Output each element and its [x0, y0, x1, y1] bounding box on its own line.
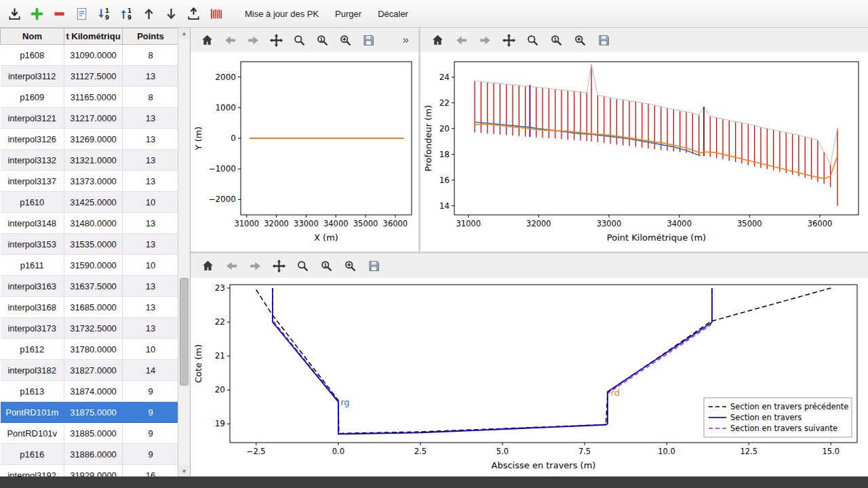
zoom-one-icon[interactable]: 1	[549, 33, 564, 47]
forward-icon[interactable]	[246, 33, 260, 47]
table-row[interactable]: interpol314831480.000013	[1, 213, 178, 234]
table-cell[interactable]: 9	[123, 444, 178, 465]
table-cell[interactable]: 31885.0000	[64, 423, 123, 444]
home-icon[interactable]	[200, 258, 215, 273]
table-cell[interactable]: 13	[123, 234, 178, 255]
table-cell[interactable]: interpol3192	[1, 465, 64, 477]
table-cell[interactable]: 10	[123, 339, 178, 360]
table-row[interactable]: interpol316331637.500013	[1, 276, 178, 297]
table-cell[interactable]: 31373.0000	[64, 171, 123, 192]
forward-icon[interactable]	[248, 258, 262, 273]
scrollbar-thumb[interactable]	[180, 278, 189, 386]
save-icon[interactable]	[366, 258, 381, 273]
table-cell[interactable]: interpol3182	[1, 360, 64, 381]
table-cell[interactable]: 13	[123, 276, 178, 297]
back-icon[interactable]	[223, 33, 237, 47]
scrollbar-track[interactable]	[178, 39, 190, 466]
table-row[interactable]: interpol312631269.000013	[1, 129, 178, 150]
table-cell[interactable]: 13	[123, 318, 178, 339]
zoom-icon[interactable]	[295, 258, 310, 273]
table-cell[interactable]: 31875.0000	[64, 402, 123, 423]
table-cell[interactable]: 10	[123, 255, 178, 276]
table-cell[interactable]: interpol3112	[1, 66, 64, 87]
table-row[interactable]: interpol319231929.000016	[1, 465, 178, 477]
zoom-one-icon[interactable]: 1	[315, 33, 330, 47]
table-cell[interactable]: 8	[123, 45, 178, 66]
column-header-nom[interactable]: Nom	[1, 28, 64, 45]
table-cell[interactable]: 13	[123, 129, 178, 150]
back-icon[interactable]	[454, 33, 469, 47]
table-cell[interactable]: 31874.0000	[64, 381, 123, 402]
scroll-down-button[interactable]: ▼	[178, 466, 190, 476]
sections-icon[interactable]	[207, 5, 225, 23]
table-cell[interactable]: 31886.0000	[64, 444, 123, 465]
move-up-icon[interactable]	[140, 5, 158, 23]
home-icon[interactable]	[430, 33, 445, 47]
zoom-plus-icon[interactable]	[342, 258, 357, 273]
table-cell[interactable]: interpol3168	[1, 297, 64, 318]
zoom-plus-icon[interactable]	[338, 33, 353, 47]
sort-desc-icon[interactable]: 19	[117, 5, 136, 23]
table-row[interactable]: p161131590.000010	[1, 255, 178, 276]
table-cell[interactable]: p1611	[1, 255, 64, 276]
column-header-point-kilometrique[interactable]: t Kilométriqu	[64, 28, 123, 45]
table-cell[interactable]: 9	[123, 423, 178, 444]
table-row[interactable]: p161631886.00009	[1, 444, 178, 465]
import-icon[interactable]	[5, 5, 24, 23]
table-cell[interactable]: interpol3163	[1, 276, 64, 297]
table-cell[interactable]: p1610	[1, 192, 64, 213]
save-icon[interactable]	[361, 33, 376, 47]
table-cell[interactable]: 31217.0000	[64, 108, 123, 129]
table-row[interactable]: interpol318231827.000014	[1, 360, 178, 381]
table-cell[interactable]: 31165.0000	[64, 87, 123, 108]
zoom-icon[interactable]	[292, 33, 307, 47]
column-header-points[interactable]: Points	[123, 28, 178, 45]
table-cell[interactable]: interpol3132	[1, 150, 64, 171]
table-cell[interactable]: interpol3173	[1, 318, 64, 339]
table-cell[interactable]: interpol3153	[1, 234, 64, 255]
table-row[interactable]: interpol315331535.000013	[1, 234, 178, 255]
table-cell[interactable]: 31590.0000	[64, 255, 123, 276]
pan-icon[interactable]	[501, 33, 516, 47]
table-cell[interactable]: PontRD101m	[1, 402, 64, 423]
table-cell[interactable]: 14	[123, 360, 178, 381]
table-cell[interactable]: 13	[123, 213, 178, 234]
export-icon[interactable]	[184, 5, 203, 23]
table-cell[interactable]: 31827.0000	[64, 360, 123, 381]
table-cell[interactable]: 13	[123, 171, 178, 192]
table-row[interactable]: interpol311231127.500013	[1, 66, 178, 87]
table-cell[interactable]: 13	[123, 150, 178, 171]
home-icon[interactable]	[200, 33, 214, 47]
table-row[interactable]: p160831090.00008	[1, 45, 178, 66]
table-cell[interactable]: 13	[123, 108, 178, 129]
table-cell[interactable]: 10	[123, 192, 178, 213]
table-cell[interactable]: p1609	[1, 87, 64, 108]
table-cell[interactable]: 31637.5000	[64, 276, 123, 297]
edit-list-icon[interactable]	[73, 5, 91, 23]
table-cell[interactable]: 31090.0000	[64, 45, 123, 66]
table-cell[interactable]: interpol3121	[1, 108, 64, 129]
zoom-one-icon[interactable]: 1	[319, 258, 334, 273]
table-cell[interactable]: 31929.0000	[64, 465, 123, 477]
toolbar-overflow-chevron[interactable]: »	[403, 33, 409, 47]
table-cell[interactable]: 13	[123, 66, 178, 87]
add-icon[interactable]	[28, 5, 46, 23]
zoom-plus-icon[interactable]	[572, 33, 587, 47]
table-cell[interactable]: p1612	[1, 339, 64, 360]
table-cell[interactable]: 31425.0000	[64, 192, 123, 213]
menu-decaler[interactable]: Décaler	[372, 6, 414, 22]
table-row[interactable]: interpol317331732.500013	[1, 318, 178, 339]
table-row[interactable]: interpol316831685.000013	[1, 297, 178, 318]
sort-asc-icon[interactable]: 19	[95, 5, 113, 23]
menu-mise-a-jour-pk[interactable]: Mise à jour des PK	[239, 6, 325, 22]
table-cell[interactable]: 31685.0000	[64, 297, 123, 318]
table-cell[interactable]: 31732.5000	[64, 318, 123, 339]
table-cell[interactable]: 16	[123, 465, 178, 477]
table-cell[interactable]: 31535.0000	[64, 234, 123, 255]
longitudinal-chart-canvas[interactable]: 3100032000330003400035000360001416182022…	[420, 52, 868, 251]
plan-chart-canvas[interactable]: 310003200033000340003500036000−2000−1000…	[191, 52, 418, 251]
table-cell[interactable]: p1608	[1, 45, 64, 66]
table-cell[interactable]: 31127.5000	[64, 66, 123, 87]
cross-section-chart-canvas[interactable]: −2.50.02.55.07.510.012.515.01920212223Ab…	[191, 278, 868, 476]
table-row[interactable]: interpol313231321.000013	[1, 150, 178, 171]
